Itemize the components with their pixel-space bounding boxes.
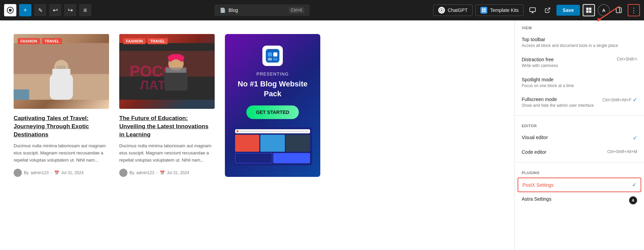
redo-button[interactable]: ↪ bbox=[64, 4, 76, 16]
svg-rect-8 bbox=[586, 8, 589, 10]
chatgpt-icon bbox=[438, 7, 445, 14]
postx-promo-card: PRESENTING No #1 Blog Website Pack GET S… bbox=[225, 34, 320, 177]
postx-presenting-label: PRESENTING bbox=[257, 71, 289, 77]
main-content: FASHION TRAVEL Captivating Tales of Trav… bbox=[0, 20, 644, 250]
mockup-screens bbox=[233, 127, 312, 165]
postx-settings-item[interactable]: PostX Settings ✓ bbox=[518, 178, 641, 192]
chatgpt-button[interactable]: ChatGPT bbox=[433, 4, 473, 16]
fullscreen-mode-title: Fullscreen mode bbox=[522, 97, 598, 102]
svg-point-0 bbox=[9, 9, 12, 12]
astra-settings-icon: A bbox=[629, 196, 637, 204]
plugins-section-header: PLUGINS bbox=[515, 165, 644, 178]
post-2-date: Jul 31, 2024 bbox=[167, 170, 189, 175]
post-1-meta: By admin123 - 📅 Jul 31, 2024 bbox=[14, 169, 109, 177]
distraction-free-title: Distraction free bbox=[522, 57, 613, 62]
save-button[interactable]: Save bbox=[556, 5, 580, 16]
post-1-dash: - bbox=[51, 170, 52, 175]
postx-settings-title: PostX Settings bbox=[522, 182, 554, 188]
svg-rect-11 bbox=[589, 11, 592, 13]
toolbar-right: ChatGPT Template Kits bbox=[433, 4, 640, 16]
search-shortcut: Ctrl+K bbox=[289, 7, 305, 13]
post-card-2: РOCO ЛАТИ FASHION bbox=[119, 34, 215, 177]
post-1-by: By bbox=[24, 170, 29, 175]
distraction-free-item[interactable]: Distraction free Write with calmness Ctr… bbox=[515, 53, 644, 73]
post-1-tag-travel: TRAVEL bbox=[42, 38, 62, 44]
visual-editor-checkmark: ✓ bbox=[633, 135, 637, 141]
post-1-tags: FASHION TRAVEL bbox=[18, 38, 62, 44]
view-editor-divider bbox=[515, 115, 644, 116]
sidebar-toggle-button[interactable] bbox=[613, 4, 625, 16]
top-toolbar-item[interactable]: Top toolbar Access all block and documen… bbox=[515, 33, 644, 53]
top-toolbar-desc: Access all block and document tools in a… bbox=[522, 43, 637, 49]
svg-rect-19 bbox=[50, 74, 73, 100]
post-2-dash: - bbox=[156, 170, 158, 175]
code-editor-item[interactable]: Code editor Ctrl+Shift+Alt+M bbox=[515, 145, 644, 160]
svg-rect-3 bbox=[484, 9, 486, 10]
post-2-title[interactable]: The Future of Education: Unveiling the L… bbox=[119, 114, 215, 138]
svg-rect-36 bbox=[273, 52, 277, 56]
post-2-excerpt: Ducimus nulla minima laboriosam aut magn… bbox=[119, 143, 215, 164]
view-section: VIEW Top toolbar Access all block and do… bbox=[515, 20, 644, 116]
spotlight-mode-item[interactable]: Spotlight mode Focus on one block at a t… bbox=[515, 73, 644, 93]
options-dropdown-panel: VIEW Top toolbar Access all block and do… bbox=[515, 20, 644, 250]
distraction-free-desc: Write with calmness bbox=[522, 63, 613, 69]
svg-rect-4 bbox=[482, 11, 484, 12]
svg-rect-9 bbox=[589, 8, 592, 10]
get-started-button[interactable]: GET STARTED bbox=[246, 105, 299, 119]
add-block-button[interactable]: + bbox=[19, 4, 31, 16]
visual-editor-item[interactable]: Visual editor ✓ bbox=[515, 131, 644, 145]
options-button[interactable]: ⋮ bbox=[628, 4, 640, 16]
postx-logo bbox=[262, 46, 283, 66]
toolbar-center: 📄 Blog Ctrl+K bbox=[94, 4, 430, 16]
svg-line-7 bbox=[547, 8, 550, 11]
document-title: Blog bbox=[228, 7, 238, 13]
svg-rect-2 bbox=[482, 9, 484, 10]
astra-button[interactable]: A bbox=[598, 4, 610, 16]
calendar-icon-2: 📅 bbox=[160, 170, 165, 175]
svg-rect-23 bbox=[14, 89, 29, 100]
astra-settings-item[interactable]: Astra Settings A bbox=[515, 192, 644, 209]
chatgpt-label: ChatGPT bbox=[448, 7, 467, 13]
list-view-button[interactable]: ≡ bbox=[79, 4, 91, 16]
svg-rect-20 bbox=[52, 69, 71, 77]
postx-settings-checkmark: ✓ bbox=[632, 182, 637, 188]
svg-rect-10 bbox=[586, 11, 589, 13]
tools-button[interactable]: ✎ bbox=[34, 4, 46, 16]
editor-section-header: EDITOR bbox=[515, 118, 644, 131]
editor-plugins-divider bbox=[515, 162, 644, 163]
posts-grid: FASHION TRAVEL Captivating Tales of Trav… bbox=[14, 34, 320, 177]
post-2-meta: By admin123 - 📅 Jul 31, 2024 bbox=[119, 169, 215, 177]
post-1-title[interactable]: Captivating Tales of Travel: Journeying … bbox=[14, 114, 109, 138]
postx-promo-container: PRESENTING No #1 Blog Website Pack GET S… bbox=[225, 34, 320, 177]
spotlight-mode-desc: Focus on one block at a time bbox=[522, 83, 637, 89]
template-kits-button[interactable]: Template Kits bbox=[475, 4, 524, 16]
post-image-2: РOCO ЛАТИ FASHION bbox=[119, 34, 215, 109]
post-image-1: FASHION TRAVEL bbox=[14, 34, 109, 109]
monitor-button[interactable] bbox=[526, 4, 539, 16]
site-editor-button[interactable] bbox=[583, 4, 595, 16]
undo-button[interactable]: ↩ bbox=[49, 4, 61, 16]
external-link-button[interactable] bbox=[541, 4, 554, 16]
fullscreen-mode-desc: Show and hide the admin user interface bbox=[522, 103, 598, 109]
document-title-search[interactable]: 📄 Blog Ctrl+K bbox=[214, 4, 310, 16]
post-1-avatar bbox=[14, 169, 22, 177]
postx-title: No #1 Blog Website Pack bbox=[233, 79, 312, 99]
visual-editor-title: Visual editor bbox=[522, 135, 629, 140]
post-1-author: admin123 bbox=[31, 170, 49, 175]
fullscreen-mode-item[interactable]: Fullscreen mode Show and hide the admin … bbox=[515, 93, 644, 113]
view-section-header: VIEW bbox=[515, 20, 644, 33]
visual-editor-shortcut: ✓ bbox=[633, 135, 637, 141]
wordpress-logo[interactable] bbox=[4, 4, 16, 16]
post-2-tag-travel: TRAVEL bbox=[148, 38, 168, 44]
code-editor-shortcut: Ctrl+Shift+Alt+M bbox=[607, 149, 637, 154]
svg-rect-35 bbox=[268, 52, 272, 56]
code-editor-title: Code editor bbox=[522, 149, 603, 155]
calendar-icon: 📅 bbox=[54, 170, 59, 175]
post-card-1: FASHION TRAVEL Captivating Tales of Trav… bbox=[14, 34, 109, 177]
svg-rect-6 bbox=[530, 8, 536, 12]
plugins-section: PLUGINS PostX Settings ✓ Astra Settings … bbox=[515, 165, 644, 209]
post-2-author: admin123 bbox=[136, 170, 154, 175]
post-1-tag-fashion: FASHION bbox=[18, 38, 40, 44]
astra-label: A bbox=[602, 8, 605, 13]
post-1-excerpt: Ducimus nulla minima laboriosam aut magn… bbox=[14, 143, 109, 164]
